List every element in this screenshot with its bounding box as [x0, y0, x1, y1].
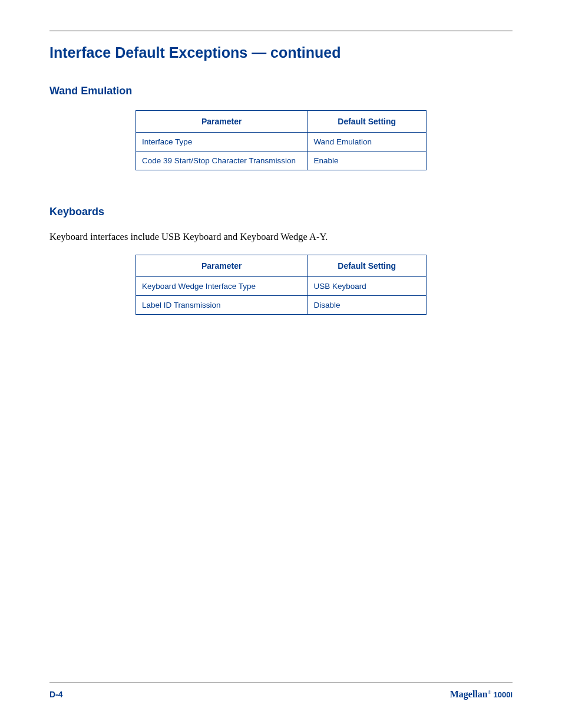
cell-param: Interface Type	[136, 133, 308, 151]
table-header-row: Parameter Default Setting	[136, 111, 427, 133]
footer-rule	[49, 683, 513, 683]
table-row: Interface Type Wand Emulation	[136, 133, 427, 151]
col-header-parameter: Parameter	[136, 111, 308, 133]
wand-emulation-table: Parameter Default Setting Interface Type…	[135, 110, 427, 170]
brand-model: 1000i	[491, 690, 513, 699]
page-footer: D-4 Magellan® 1000i	[49, 683, 513, 700]
page-title: Interface Default Exceptions — continued	[49, 44, 513, 61]
table-row: Code 39 Start/Stop Character Transmissio…	[136, 151, 427, 170]
section-heading-keyboards: Keyboards	[49, 206, 513, 218]
cell-param: Code 39 Start/Stop Character Transmissio…	[136, 151, 308, 170]
cell-default: Disable	[308, 296, 427, 315]
cell-param: Keyboard Wedge Interface Type	[136, 277, 308, 296]
col-header-default: Default Setting	[308, 111, 427, 133]
table-row: Keyboard Wedge Interface Type USB Keyboa…	[136, 277, 427, 296]
table-header-row: Parameter Default Setting	[136, 255, 427, 277]
keyboards-table: Parameter Default Setting Keyboard Wedge…	[135, 255, 427, 315]
cell-default: Wand Emulation	[308, 133, 427, 151]
col-header-default: Default Setting	[308, 255, 427, 277]
section-heading-wand-emulation: Wand Emulation	[49, 85, 513, 97]
cell-default: USB Keyboard	[308, 277, 427, 296]
brand-label: Magellan® 1000i	[450, 689, 513, 700]
col-header-parameter: Parameter	[136, 255, 308, 277]
cell-default: Enable	[308, 151, 427, 170]
keyboards-description: Keyboard interfaces include USB Keyboard…	[49, 231, 513, 243]
brand-name: Magellan	[450, 689, 488, 699]
table-row: Label ID Transmission Disable	[136, 296, 427, 315]
page-number: D-4	[49, 690, 63, 699]
top-rule	[49, 31, 513, 31]
cell-param: Label ID Transmission	[136, 296, 308, 315]
